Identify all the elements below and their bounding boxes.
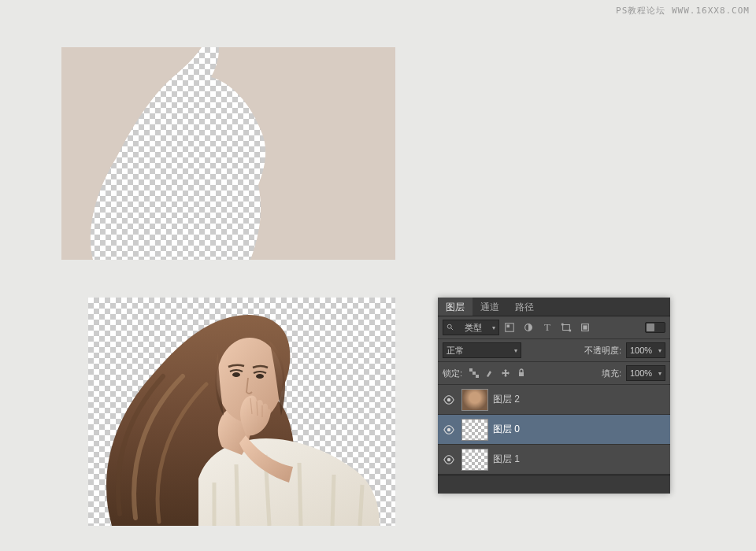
blend-mode-value: 正常 [447, 345, 464, 357]
layer-thumbnail[interactable] [461, 419, 488, 441]
filter-type-dropdown[interactable]: 类型 ▾ [443, 320, 499, 335]
chevron-down-icon: ▾ [492, 324, 495, 331]
svg-line-7 [451, 328, 454, 331]
watermark: PS教程论坛 WWW.16XX8.COM [616, 5, 750, 17]
filter-row: 类型 ▾ T [438, 316, 670, 339]
tab-channels[interactable]: 通道 [472, 298, 507, 316]
layer-name[interactable]: 图层 0 [493, 423, 520, 436]
opacity-label: 不透明度: [584, 345, 621, 357]
layer-row[interactable]: 图层 2 [438, 385, 670, 415]
layer-thumbnail[interactable] [461, 449, 488, 471]
fill-label: 填充: [602, 368, 621, 379]
filter-pixel-icon[interactable] [501, 320, 518, 335]
filter-smart-icon[interactable] [576, 320, 594, 335]
lock-label: 锁定: [443, 368, 462, 379]
chevron-down-icon: ▾ [514, 347, 517, 354]
person-illustration [88, 298, 395, 526]
svg-rect-19 [476, 375, 479, 378]
panel-tabs: 图层 通道 路径 [438, 298, 670, 316]
layers-panel: 图层 通道 路径 类型 ▾ T 正常 ▾ 不透明度: 100% ▾ 锁定: [438, 298, 670, 494]
filter-type-label: 类型 [465, 322, 482, 334]
fill-value: 100% [630, 368, 652, 378]
svg-point-23 [447, 457, 450, 460]
filter-shape-icon[interactable] [558, 320, 575, 335]
canvas-top [61, 47, 395, 260]
tab-layers[interactable]: 图层 [438, 298, 472, 316]
visibility-eye-icon[interactable] [441, 394, 457, 405]
layer-list: 图层 2 图层 0 图层 1 [438, 385, 670, 475]
opacity-value: 100% [630, 346, 652, 355]
svg-rect-18 [472, 372, 476, 375]
layer-name[interactable]: 图层 1 [493, 453, 520, 466]
panel-bottom-bar [438, 475, 670, 494]
svg-rect-15 [583, 325, 587, 329]
layer-row[interactable]: 图层 0 [438, 415, 670, 445]
chevron-down-icon: ▾ [658, 347, 662, 354]
svg-rect-9 [507, 325, 510, 328]
lock-all-icon[interactable] [514, 366, 528, 380]
svg-point-21 [447, 398, 450, 401]
blend-mode-dropdown[interactable]: 正常 ▾ [443, 342, 521, 358]
filter-adjustment-icon[interactable] [520, 320, 537, 335]
blend-row: 正常 ▾ 不透明度: 100% ▾ [438, 339, 670, 362]
visibility-eye-icon[interactable] [441, 424, 457, 435]
lock-move-icon[interactable] [498, 366, 513, 380]
silhouette-cutout [61, 47, 395, 260]
tab-paths[interactable]: 路径 [507, 298, 542, 316]
svg-rect-20 [519, 372, 524, 376]
layer-thumbnail[interactable] [461, 389, 488, 411]
layer-name[interactable]: 图层 2 [493, 393, 520, 406]
lock-row: 锁定: 填充: 100% ▾ [438, 362, 670, 385]
search-icon [447, 324, 454, 331]
filter-toggle[interactable] [645, 322, 665, 333]
chevron-down-icon: ▾ [658, 370, 662, 377]
canvas-bottom [88, 298, 395, 526]
filter-type-icon[interactable]: T [539, 320, 556, 335]
layer-row[interactable]: 图层 1 [438, 445, 670, 475]
svg-point-22 [447, 427, 450, 431]
svg-rect-17 [469, 368, 472, 372]
svg-rect-11 [563, 325, 570, 331]
visibility-eye-icon[interactable] [441, 454, 457, 465]
lock-brush-icon[interactable] [483, 366, 497, 380]
svg-point-4 [232, 372, 240, 377]
svg-rect-12 [561, 324, 564, 326]
fill-input[interactable]: 100% ▾ [626, 365, 665, 381]
svg-rect-13 [569, 330, 572, 332]
lock-transparent-icon[interactable] [467, 366, 481, 380]
svg-point-6 [447, 324, 451, 328]
opacity-input[interactable]: 100% ▾ [626, 342, 665, 358]
svg-point-5 [256, 374, 264, 379]
